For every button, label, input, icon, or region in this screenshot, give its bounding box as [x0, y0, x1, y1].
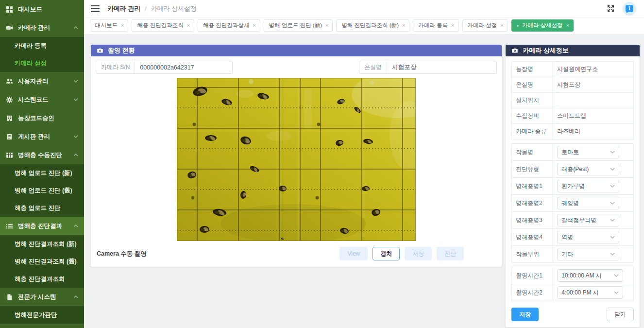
- select-value: 궤양병: [561, 199, 579, 207]
- sidebar-item-label: 카메라 설정: [15, 59, 78, 68]
- sidebar-item-dashboard[interactable]: 대시보드: [0, 0, 84, 18]
- sidebar-item-pest-result[interactable]: 해충 진단결과조회: [0, 270, 84, 288]
- sidebar-item-camera-settings[interactable]: 카메라 설정: [0, 54, 84, 72]
- sidebar-item-pest-upload[interactable]: 해충 업로드 진단: [0, 199, 84, 217]
- detail-row-pest-name-3: 병해충명3갈색점무늬병: [511, 212, 634, 229]
- tab-close-icon[interactable]: ×: [500, 23, 503, 28]
- sidebar-item-camera-management[interactable]: 카메라 관리: [0, 18, 84, 37]
- view-button[interactable]: View: [339, 247, 368, 260]
- camera-sn-input[interactable]: 000000002a642317: [135, 61, 232, 73]
- tab-disease-upload-new[interactable]: 병해 업로드 진단 (新)×: [264, 19, 333, 32]
- greenhouse-label: 온실명: [359, 61, 387, 73]
- chevron-down-icon: [610, 168, 615, 171]
- tab-disease-result-new[interactable]: 병해 진단결과조회 (新)×: [336, 19, 409, 32]
- tab-camera-detail-settings[interactable]: ●카메라 상세설정×: [511, 19, 574, 32]
- detail-label: 농장명: [511, 62, 553, 77]
- tab-close-icon[interactable]: ×: [402, 23, 405, 28]
- tab-camera-settings[interactable]: 카메라 설정×: [462, 19, 508, 32]
- select-crop-part[interactable]: 기타: [557, 248, 619, 260]
- select-capture-time-1[interactable]: 10:00:00 AM 시: [557, 269, 623, 282]
- gear-icon: [6, 96, 13, 104]
- tab-close-icon[interactable]: ×: [121, 23, 124, 28]
- diagnose-button[interactable]: 진단: [437, 247, 464, 260]
- detail-label: 수집장비: [511, 108, 553, 123]
- hamburger-menu-icon[interactable]: [91, 5, 100, 12]
- capture-panel-title: 촬영 현황: [108, 46, 135, 55]
- dashboard-icon: [6, 6, 13, 13]
- chevron-down-icon: [610, 185, 615, 188]
- sidebar-item-system-code[interactable]: 시스템코드: [0, 90, 84, 109]
- tab-close-icon[interactable]: ×: [451, 23, 454, 28]
- tab-label: 대시보드: [95, 22, 118, 29]
- tab-close-icon[interactable]: ×: [566, 23, 569, 28]
- select-value: 토마토: [561, 148, 579, 156]
- capture-status-panel: 촬영 현황 카메라 S/N 000000002a642317 온실명 시험포장: [90, 44, 502, 267]
- sidebar-item-disease-upload-old[interactable]: 병해 업로드 진단 (舊): [0, 182, 84, 199]
- sidebar-item-user-management[interactable]: 사용자관리: [0, 72, 84, 90]
- close-button[interactable]: 닫기: [607, 308, 634, 321]
- select-pest-name-3[interactable]: 갈색점무늬병: [557, 214, 619, 226]
- sidebar-item-label: 농장코드승인: [18, 114, 78, 122]
- tab-close-icon[interactable]: ×: [325, 23, 328, 28]
- sidebar-item-diagnosis-results[interactable]: 병해충 진단결과: [0, 217, 84, 235]
- detail-label: 병해충명4: [511, 229, 553, 245]
- app-window: 대시보드카메라 관리카메라 등록카메라 설정사용자관리시스템코드농장코드승인게시…: [0, 0, 644, 328]
- chevron-down-icon: [610, 202, 615, 205]
- greenhouse-input[interactable]: 시험포장: [387, 61, 496, 73]
- select-capture-time-2[interactable]: 4:00:00 PM 시: [557, 286, 623, 299]
- select-value: 10:00:00 AM 시: [561, 272, 602, 280]
- save-button[interactable]: 저장: [511, 308, 539, 321]
- sidebar-item-expert-system[interactable]: 전문가 시스템: [0, 288, 84, 306]
- capture-button[interactable]: 캡처: [373, 247, 400, 260]
- sidebar-item-label: 전문가 시스템: [18, 293, 73, 301]
- detail-value: 스마트트랩: [557, 112, 586, 120]
- tab-camera-register[interactable]: 카메라 등록×: [413, 19, 458, 32]
- fullscreen-icon[interactable]: [607, 4, 615, 13]
- tab-dashboard[interactable]: 대시보드×: [90, 19, 128, 32]
- sidebar-item-board-management[interactable]: 게시판 관리: [0, 127, 84, 146]
- sidebar-item-disease-upload-new[interactable]: 병해 업로드 진단 (新): [0, 164, 84, 182]
- sidebar-item-label: 병해 진단결과조회 (新): [15, 240, 78, 248]
- sidebar-item-label: 병해충 수동진단: [18, 151, 73, 159]
- chevron-down-icon: [610, 151, 615, 154]
- tab-label: 해충 진단결과상세: [203, 22, 249, 29]
- detail-label: 작물명: [511, 144, 553, 160]
- trap-photo: [177, 78, 416, 241]
- sidebar-item-label: 대시보드: [18, 5, 78, 14]
- tab-close-icon[interactable]: ×: [187, 23, 190, 28]
- topbar: 카메라 관리 / 카메라 상세설정 i: [84, 0, 644, 17]
- save-button[interactable]: 저장: [405, 247, 432, 260]
- sidebar-item-disease-result-old[interactable]: 병해 진단결과조회 (舊): [0, 253, 84, 270]
- building-icon: [6, 115, 13, 122]
- chevron-down-icon: [610, 236, 615, 239]
- list-icon: [6, 223, 13, 230]
- select-pest-name-2[interactable]: 궤양병: [557, 197, 619, 209]
- tab-close-icon[interactable]: ×: [253, 23, 255, 28]
- detail-value: 시설원예연구소: [557, 65, 598, 73]
- breadcrumb-separator: /: [145, 5, 147, 12]
- chevron-down-icon: [610, 253, 615, 256]
- breadcrumb-section[interactable]: 카메라 관리: [107, 5, 141, 12]
- sidebar-item-manual-diagnosis[interactable]: 병해충 수동진단: [0, 146, 84, 164]
- select-value: 4:00:00 PM 시: [561, 289, 599, 297]
- sidebar-item-label: 사용자관리: [18, 77, 73, 86]
- tab-label: 해충 진단결과조회: [137, 22, 183, 29]
- tab-pest-result-detail[interactable]: 해충 진단결과상세×: [198, 19, 260, 32]
- tab-label: 병해 업로드 진단 (新): [269, 22, 322, 29]
- greenhouse-group: 온실명 시험포장: [359, 61, 497, 74]
- notification-button[interactable]: i: [623, 2, 636, 16]
- sidebar-item-camera-register[interactable]: 카메라 등록: [0, 37, 84, 54]
- detail-row-pest-name-1: 병해충명1흰가루병: [511, 178, 634, 195]
- breadcrumb: 카메라 관리 / 카메라 상세설정: [107, 4, 197, 13]
- select-pest-name-1[interactable]: 흰가루병: [557, 180, 619, 192]
- sidebar-item-disease-expert-judgement[interactable]: 병해전문가판단: [0, 306, 84, 324]
- select-crop-name[interactable]: 토마토: [557, 146, 619, 158]
- select-pest-name-4[interactable]: 역병: [557, 231, 619, 243]
- sidebar-item-farm-code-approval[interactable]: 농장코드승인: [0, 109, 84, 127]
- sidebar-item-label: 병해 업로드 진단 (舊): [15, 187, 78, 195]
- diagnosis-select-table: 작물명토마토진단유형해충(Pest)병해충명1흰가루병병해충명2궤양병병해충명3…: [511, 143, 634, 263]
- select-diagnosis-type[interactable]: 해충(Pest): [557, 163, 619, 175]
- select-value: 흰가루병: [561, 182, 585, 190]
- tab-pest-result-list[interactable]: 해충 진단결과조회×: [132, 19, 194, 32]
- sidebar-item-disease-result-new[interactable]: 병해 진단결과조회 (新): [0, 235, 84, 253]
